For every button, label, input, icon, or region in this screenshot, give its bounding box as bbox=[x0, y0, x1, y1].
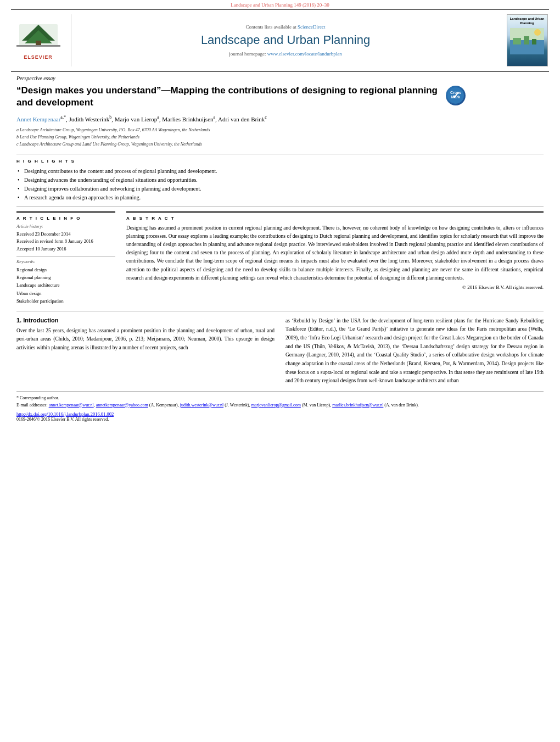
body-col-left: 1. Introduction Over the last 25 years, … bbox=[16, 317, 275, 386]
article-info-label: A R T I C L E I N F O bbox=[16, 216, 115, 221]
svg-text:Mark: Mark bbox=[451, 95, 460, 99]
affiliations-block: a Landscape Architecture Group, Wagening… bbox=[16, 127, 544, 148]
highlight-item-1: Designing contributes to the content and… bbox=[16, 167, 544, 176]
email4-link[interactable]: marlies.brinkhuijsen@wur.nl bbox=[332, 403, 383, 408]
svg-point-7 bbox=[534, 29, 541, 36]
highlight-item-3: Designing improves collaboration and net… bbox=[16, 185, 544, 193]
keywords-block: Keywords: Regional design Regional plann… bbox=[16, 256, 115, 305]
svg-rect-8 bbox=[513, 38, 521, 44]
highlight-item-4: A research agenda on design approaches i… bbox=[16, 193, 544, 202]
abstract-block: A B S T R A C T Designing has assumed a … bbox=[126, 211, 544, 290]
author5-sup: c bbox=[265, 115, 267, 120]
svg-text:Cross: Cross bbox=[450, 91, 461, 94]
cover-image-box: Landscape and Urban Planning bbox=[507, 14, 548, 66]
cover-illustration bbox=[510, 28, 544, 54]
elsevier-wordmark: ELSEVIER bbox=[24, 54, 53, 60]
email-addresses: E-mail addresses: annet.kempenaar@wur.nl… bbox=[16, 402, 544, 409]
email1-link[interactable]: annet.kempenaar@wur.nl bbox=[49, 403, 94, 408]
body-col-right: as ‘Rebuild by Design’ in the USA for th… bbox=[285, 317, 544, 386]
received-date: Received 23 December 2014 bbox=[16, 231, 115, 238]
svg-rect-9 bbox=[524, 36, 529, 44]
keyword-4: Urban design bbox=[16, 289, 115, 297]
article-info-col: A R T I C L E I N F O Article history: R… bbox=[16, 211, 115, 305]
footer-area: * Corresponding author. E-mail addresses… bbox=[16, 391, 544, 422]
article-info-abstract-cols: A R T I C L E I N F O Article history: R… bbox=[16, 211, 544, 305]
accepted-date: Accepted 10 January 2016 bbox=[16, 246, 115, 253]
sciencedirect-link[interactable]: Contents lists available at ScienceDirec… bbox=[246, 24, 326, 30]
keyword-1: Regional design bbox=[16, 266, 115, 274]
body-col1-text: Over the last 25 years, designing has as… bbox=[16, 327, 275, 353]
body-col2-text: as ‘Rebuild by Design’ in the USA for th… bbox=[285, 317, 544, 386]
email1-alt-link[interactable]: annetkempenaar@yahoo.com bbox=[96, 403, 148, 408]
article-info-block: A R T I C L E I N F O Article history: R… bbox=[16, 211, 115, 305]
authors-line: Annet Kempenaara,*, Judith Westerinkb, M… bbox=[16, 114, 544, 124]
keyword-2: Regional planning bbox=[16, 274, 115, 281]
affil-c: c Landscape Architecture Group and Land … bbox=[16, 141, 544, 148]
keywords-label: Keywords: bbox=[16, 259, 115, 264]
journal-top-ref: Landscape and Urban Planning 149 (2016) … bbox=[231, 2, 329, 8]
highlights-list: Designing contributes to the content and… bbox=[16, 167, 544, 202]
affil-b: b Land Use Planning Group, Wageningen Un… bbox=[16, 134, 544, 141]
journal-header: ELSEVIER Contents lists available at Sci… bbox=[11, 9, 549, 72]
article-title-block: “Design makes you understand”—Mapping th… bbox=[16, 85, 467, 109]
sciencedirect-anchor[interactable]: ScienceDirect bbox=[298, 24, 325, 30]
abstract-text: Designing has assumed a prominent positi… bbox=[126, 224, 544, 282]
svg-rect-10 bbox=[532, 39, 536, 44]
article-title-text: “Design makes you understand”—Mapping th… bbox=[16, 85, 439, 109]
revised-date: Received in revised form 8 January 2016 bbox=[16, 238, 115, 246]
author1-link[interactable]: Annet Kempenaar bbox=[16, 116, 60, 122]
crossmark-circle: ✓ Cross Mark bbox=[446, 86, 466, 105]
abstract-col: A B S T R A C T Designing has assumed a … bbox=[126, 211, 544, 305]
journal-ref-bar: Landscape and Urban Planning 149 (2016) … bbox=[0, 0, 560, 9]
journal-header-middle: Contents lists available at ScienceDirec… bbox=[71, 14, 500, 66]
elsevier-tree-svg bbox=[14, 21, 63, 54]
divider-1 bbox=[16, 154, 544, 154]
abstract-label: A B S T R A C T bbox=[126, 216, 544, 221]
corresponding-note: * Corresponding author. bbox=[16, 395, 544, 402]
author1-sup: a,* bbox=[60, 115, 66, 120]
homepage-url[interactable]: www.elsevier.com/locate/landurbplan bbox=[267, 51, 342, 57]
journal-cover: Landscape and Urban Planning bbox=[500, 14, 549, 66]
cover-title-text: Landscape and Urban Planning bbox=[509, 17, 545, 26]
svg-rect-4 bbox=[16, 45, 60, 47]
crossmark-svg: ✓ Cross Mark bbox=[447, 87, 464, 104]
divider-2 bbox=[16, 207, 544, 207]
doi-link[interactable]: http://dx.doi.org/10.1016/j.landurbplan.… bbox=[16, 411, 114, 417]
affil-a: a Landscape Architecture Group, Wagening… bbox=[16, 127, 544, 134]
email3-link[interactable]: marjovanlierop@gmail.com bbox=[251, 403, 301, 408]
history-label: Article history: bbox=[16, 224, 115, 229]
doi-line[interactable]: http://dx.doi.org/10.1016/j.landurbplan.… bbox=[16, 411, 544, 417]
journal-title: Landscape and Urban Planning bbox=[201, 33, 370, 47]
article-type-label: Perspective essay bbox=[16, 75, 544, 81]
highlights-label: H I G H L I G H T S bbox=[16, 159, 544, 164]
copyright: © 2016 Elsevier B.V. All rights reserved… bbox=[126, 284, 544, 290]
keyword-3: Landscape architecture bbox=[16, 281, 115, 289]
elsevier-logo-area: ELSEVIER bbox=[11, 14, 71, 66]
article-content: Perspective essay “Design makes you unde… bbox=[0, 72, 560, 427]
intro-heading: 1. Introduction bbox=[16, 317, 275, 323]
license-line: 0169-2046/© 2016 Elsevier B.V. All right… bbox=[16, 417, 544, 422]
highlight-item-2: Designing advances the understanding of … bbox=[16, 176, 544, 185]
journal-homepage[interactable]: journal homepage: www.elsevier.com/locat… bbox=[229, 51, 341, 57]
crossmark-logo: ✓ Cross Mark bbox=[445, 85, 467, 107]
email2-link[interactable]: judith.westerink@wur.nl bbox=[180, 403, 223, 408]
keyword-5: Stakeholder participation bbox=[16, 297, 115, 305]
body-two-cols: 1. Introduction Over the last 25 years, … bbox=[16, 311, 544, 386]
